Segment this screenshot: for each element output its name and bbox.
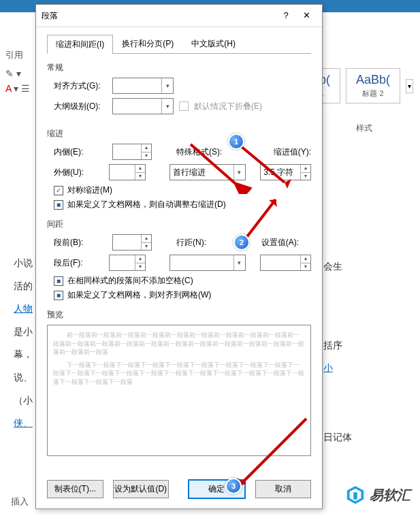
special-label: 特殊格式(S): — [176, 146, 222, 158]
indent-by-label: 缩进值(Y): — [274, 146, 311, 158]
before-input[interactable]: ▴▾ — [112, 234, 152, 251]
spin-up-icon[interactable]: ▴ — [142, 144, 151, 152]
svg-marker-2 — [353, 492, 357, 500]
outline-combo[interactable]: ▾ — [112, 98, 174, 114]
indent-by-input[interactable]: 3.5 字符▴▾ — [260, 164, 311, 180]
spin-down-icon[interactable]: ▾ — [135, 173, 145, 180]
statusbar-insert: 插入 — [11, 496, 29, 508]
spin-up-icon[interactable]: ▴ — [135, 165, 145, 173]
dialog-titlebar: 段落 ? ✕ — [36, 5, 322, 27]
annotation-badge-2: 2 — [233, 234, 250, 251]
cancel-button[interactable]: 取消 — [255, 480, 312, 498]
tabs-button[interactable]: 制表位(T)... — [47, 480, 103, 498]
grid-indent-label: 如果定义了文档网格，则自动调整右缩进(D) — [67, 199, 226, 210]
special-format-combo[interactable]: 首行缩进▾ — [169, 164, 246, 180]
styles-group-label: 样式 — [356, 123, 372, 134]
icon-row: ✎ ▾ — [5, 68, 30, 79]
spin-down-icon[interactable]: ▾ — [301, 263, 310, 271]
spin-up-icon[interactable]: ▴ — [142, 235, 151, 243]
spin-down-icon[interactable]: ▾ — [142, 243, 151, 251]
dialog-title: 段落 — [42, 10, 276, 22]
inside-input[interactable]: ▴▾ — [112, 144, 152, 160]
dialog-tabs: 缩进和间距(I) 换行和分页(P) 中文版式(H) — [47, 34, 311, 54]
chevron-down-icon: ▾ — [161, 78, 173, 93]
after-input[interactable]: ▴▾ — [109, 255, 146, 271]
outline-label: 大纲级别(O): — [47, 101, 107, 112]
section-indent: 缩进 — [47, 128, 311, 140]
mirror-indent-label: 对称缩进(M) — [67, 184, 112, 196]
collapse-label: 默认情况下折叠(E) — [194, 101, 262, 112]
chevron-down-icon: ▾ — [233, 165, 245, 180]
ribbon-tab[interactable]: 引用 — [5, 49, 23, 61]
grid-space-checkbox[interactable]: ■ — [54, 291, 63, 300]
spin-up-icon[interactable]: ▴ — [301, 165, 310, 173]
no-space-label: 在相同样式的段落间不添加空格(C) — [67, 275, 193, 287]
tab-asian-typography[interactable]: 中文版式(H) — [182, 34, 244, 53]
style-sample: AaBb( — [353, 73, 393, 87]
set-default-button[interactable]: 设为默认值(D) — [113, 480, 169, 498]
grid-indent-checkbox[interactable]: ■ — [54, 200, 63, 210]
annotation-badge-3: 3 — [225, 478, 242, 494]
outside-input[interactable]: ▴▾ — [109, 164, 146, 180]
spin-down-icon[interactable]: ▾ — [135, 263, 145, 271]
paragraph-dialog: 段落 ? ✕ 缩进和间距(I) 换行和分页(P) 中文版式(H) 常规 对齐方式… — [35, 4, 323, 509]
styles-more[interactable]: ▾ — [406, 79, 413, 93]
before-label: 段前(B): — [47, 237, 107, 248]
collapse-checkbox — [179, 101, 189, 111]
grid-space-label: 如果定义了文档网格，则对齐到网格(W) — [67, 289, 211, 301]
at-label: 设置值(A): — [261, 237, 299, 248]
tab-line-page-breaks[interactable]: 换行和分页(P) — [113, 34, 182, 53]
outside-label: 外侧(U): — [47, 167, 103, 178]
inside-label: 内侧(E): — [47, 146, 107, 158]
icon-row: A ▾ ☰ — [5, 83, 30, 94]
dialog-footer: 制表位(T)... 设为默认值(D) 确定 取消 — [36, 472, 322, 509]
line-spacing-label: 行距(N): — [176, 237, 206, 248]
line-spacing-combo[interactable]: ▾ — [169, 255, 246, 271]
section-spacing: 间距 — [47, 219, 311, 230]
style-label: 标题 2 — [353, 88, 393, 99]
close-button[interactable]: ✕ — [296, 9, 317, 22]
spin-up-icon[interactable]: ▴ — [135, 255, 145, 263]
after-label: 段后(F): — [47, 257, 103, 269]
section-preview: 预览 — [47, 309, 311, 321]
help-button[interactable]: ? — [276, 9, 296, 22]
spin-down-icon[interactable]: ▾ — [301, 173, 310, 180]
mirror-indent-checkbox[interactable]: ✓ — [54, 186, 63, 195]
spin-down-icon[interactable]: ▾ — [142, 152, 151, 160]
spin-up-icon[interactable]: ▴ — [301, 255, 310, 263]
alignment-combo[interactable]: ▾ — [112, 78, 174, 94]
no-space-checkbox[interactable]: ■ — [54, 276, 63, 286]
at-input[interactable]: ▴▾ — [260, 255, 311, 271]
style-heading2[interactable]: AaBb( 标题 2 — [346, 68, 400, 103]
preview-box: 前一段落前一段落前一段落前一段落前一段落前一段落前一段落前一段落前一段落前一段落… — [47, 325, 311, 456]
watermark-logo: 易软汇 — [345, 485, 410, 505]
document-text-right: 会生 括序 小 日记体 — [323, 255, 352, 449]
ribbon-tools: ✎ ▾ A ▾ ☰ — [5, 68, 30, 94]
hexagon-icon — [345, 485, 366, 505]
section-general: 常规 — [47, 62, 311, 74]
alignment-label: 对齐方式(G): — [47, 80, 107, 92]
annotation-badge-1: 1 — [228, 133, 244, 150]
tab-indent-spacing[interactable]: 缩进和间距(I) — [47, 35, 113, 54]
chevron-down-icon: ▾ — [161, 99, 173, 114]
chevron-down-icon: ▾ — [233, 255, 245, 270]
